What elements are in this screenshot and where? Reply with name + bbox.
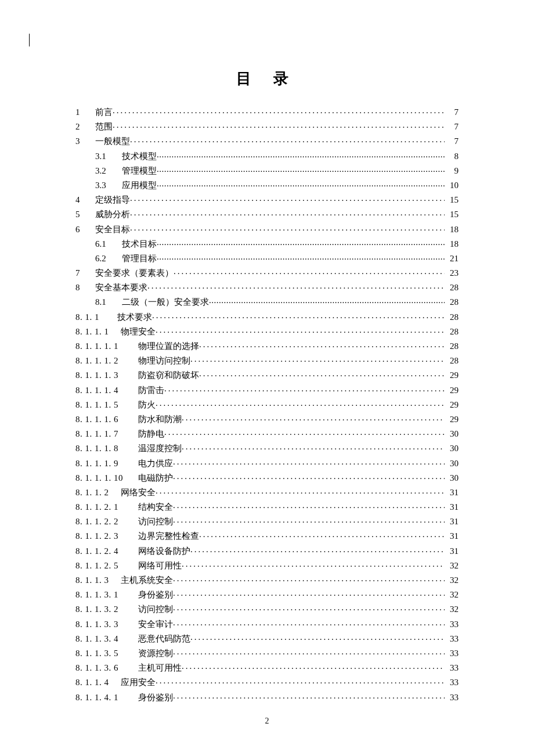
toc-leader [173, 472, 445, 481]
toc-page: 7 [445, 137, 459, 146]
toc-number: 5 [75, 210, 95, 219]
toc-label: 防静电 [138, 430, 164, 438]
toc-leader [157, 238, 445, 247]
toc-number: 8. 1. 1. 2 [75, 488, 121, 497]
toc-page: 21 [445, 254, 459, 263]
toc-leader [113, 106, 445, 115]
toc-number: 8. 1. 1. 1. 5 [75, 401, 135, 409]
toc-number: 3.2 [95, 167, 122, 175]
toc-number: 6.2 [95, 254, 122, 263]
toc-row: 5威胁分析15 [75, 208, 459, 219]
toc-label: 威胁分析 [95, 210, 130, 219]
toc-leader [173, 458, 445, 466]
toc-row: 8. 1. 1. 3. 5资源控制33 [75, 647, 459, 658]
toc-page: 23 [445, 269, 459, 278]
toc-page: 30 [445, 444, 459, 453]
toc-row: 8. 1. 1. 3. 4恶意代码防范33 [75, 633, 459, 643]
toc-number: 7 [75, 269, 95, 278]
toc-leader [164, 384, 445, 393]
toc-number: 8.1 [95, 298, 122, 307]
toc-label: 安全目标 [95, 225, 130, 234]
page-number: 2 [0, 717, 534, 726]
toc-number: 8 [75, 283, 95, 292]
toc-number: 8. 1. 1. 3. 5 [75, 649, 135, 658]
toc-leader [182, 560, 445, 568]
toc-row: 1前言7 [75, 106, 459, 117]
toc-label: 防水和防潮 [138, 415, 182, 424]
toc-page: 29 [445, 415, 459, 424]
toc-leader [130, 194, 445, 203]
toc-label: 定级指导 [95, 196, 130, 204]
toc-leader [209, 296, 445, 305]
toc-row: 8. 1. 1. 2 网络安全31 [75, 487, 459, 497]
toc-leader [190, 633, 445, 642]
toc-label: 主机系统安全 [121, 576, 173, 585]
toc-number: 2 [75, 123, 95, 131]
toc-label: 一般模型 [95, 137, 130, 146]
toc-label: 访问控制 [138, 605, 173, 614]
toc-leader [182, 413, 445, 422]
toc-number: 8. 1. 1. 4 [75, 678, 121, 687]
toc-label: 物理位置的选择 [138, 342, 199, 351]
page-title: 目 录 [75, 0, 459, 106]
toc-label: 范围 [95, 123, 113, 131]
toc-leader [174, 267, 445, 276]
toc-page: 30 [445, 474, 459, 483]
toc-leader [173, 692, 445, 700]
toc-label: 网络安全 [121, 488, 156, 497]
toc-row: 8. 1. 1. 1. 8温湿度控制30 [75, 442, 459, 453]
toc-row: 3.3应用模型10 [75, 179, 459, 190]
toc-leader [173, 618, 445, 627]
toc-number: 8. 1. 1. 1. 10 [75, 474, 135, 483]
toc-page: 31 [445, 503, 459, 512]
toc-label: 防盗窃和防破坏 [138, 371, 199, 380]
toc-row: 8. 1. 1. 4 应用安全33 [75, 676, 459, 687]
toc-row: 6安全目标18 [75, 224, 459, 234]
toc-label: 访问控制 [138, 517, 173, 526]
toc-label: 物理安全 [121, 327, 156, 336]
toc-page: 30 [445, 430, 459, 438]
toc-page: 31 [445, 517, 459, 526]
toc-label: 网络可用性 [138, 561, 182, 570]
toc-label: 前言 [95, 108, 113, 117]
toc-leader [156, 487, 445, 495]
toc-row: 4定级指导15 [75, 194, 459, 204]
toc-page: 31 [445, 547, 459, 556]
toc-number: 8. 1. 1. 1. 3 [75, 371, 135, 380]
toc-label: 防火 [138, 401, 156, 409]
toc-leader [152, 311, 445, 320]
toc-row: 8. 1. 1. 1. 2物理访问控制28 [75, 355, 459, 365]
toc-number: 8. 1. 1. 2. 5 [75, 561, 135, 570]
toc-row: 8. 1. 1. 2. 1结构安全31 [75, 501, 459, 512]
toc-leader [199, 369, 445, 378]
toc-row: 8. 1. 1. 3. 3安全审计33 [75, 618, 459, 629]
toc-number: 3.3 [95, 181, 122, 190]
toc-leader [199, 530, 445, 539]
toc-leader [113, 121, 445, 129]
toc-leader [156, 326, 445, 334]
toc-page: 28 [445, 313, 459, 322]
toc-row: 8. 1. 1. 2. 2访问控制31 [75, 516, 459, 526]
toc-label: 主机可用性 [138, 664, 182, 672]
toc-page: 29 [445, 371, 459, 380]
toc-row: 8.1二级（一般）安全要求28 [75, 296, 459, 307]
toc-leader [157, 179, 445, 188]
toc-page: 33 [445, 664, 459, 672]
toc-page: 33 [445, 649, 459, 658]
toc-row: 8. 1. 1技术要求28 [75, 311, 459, 322]
toc-row: 6.1技术目标18 [75, 238, 459, 249]
toc-page: 32 [445, 591, 459, 599]
toc-row: 8. 1. 1. 1 物理安全28 [75, 326, 459, 336]
toc-page: 9 [445, 167, 459, 175]
toc-number: 8. 1. 1. 2. 1 [75, 503, 135, 512]
toc-row: 8. 1. 1. 1. 7防静电30 [75, 428, 459, 438]
toc-row: 8. 1. 1. 2. 4网络设备防护31 [75, 545, 459, 556]
toc-number: 6 [75, 225, 95, 234]
toc-leader [190, 355, 445, 363]
toc-number: 1 [75, 108, 95, 117]
toc-number: 8. 1. 1. 2. 3 [75, 532, 135, 541]
toc-label: 物理访问控制 [138, 357, 190, 365]
toc-row: 8. 1. 1. 3 主机系统安全32 [75, 574, 459, 585]
toc-row: 3一般模型7 [75, 135, 459, 146]
toc-page: 29 [445, 386, 459, 395]
